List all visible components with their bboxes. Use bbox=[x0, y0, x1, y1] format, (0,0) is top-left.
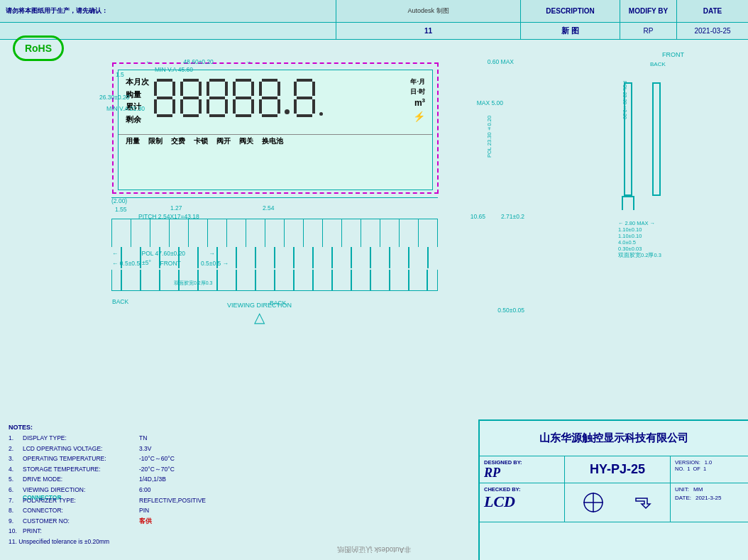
title-block: 山东华源触控显示科技有限公司 DESIGNED BY: RP HY-PJ-25 … bbox=[478, 419, 748, 560]
checked-cell: CHECKED BY: LCD bbox=[480, 483, 565, 522]
note-label-7: POLARIZER TYPE: bbox=[23, 496, 136, 506]
back-profile-body bbox=[652, 82, 661, 196]
digit-6 bbox=[293, 79, 316, 117]
header-desc: DESCRIPTION bbox=[521, 0, 620, 22]
designed-row: DESIGNED BY: RP HY-PJ-25 VERSION: 1.0 NO… bbox=[480, 456, 748, 483]
no-label: NO. bbox=[675, 466, 684, 472]
pin-stem bbox=[312, 247, 314, 268]
note-label-1: DISPLAY TYPE: bbox=[23, 434, 136, 444]
designed-label: DESIGNED BY: bbox=[484, 459, 560, 466]
version-label: VERSION: bbox=[675, 459, 700, 466]
dim-width: ← 48.60±0.20 → bbox=[145, 58, 251, 65]
icon-limit: 限制 bbox=[148, 136, 163, 146]
digit-3 bbox=[206, 79, 229, 117]
dim-back-050: 0.50±0.05 bbox=[497, 307, 524, 314]
icon-valve-close: 阀关 bbox=[239, 136, 253, 146]
pins-back-row bbox=[111, 270, 438, 291]
note-val-1: TN bbox=[139, 434, 267, 444]
dim-front-05a: ← 0.5±0.5 FRONT 0.5±0.5 → bbox=[112, 260, 229, 267]
unit-row: UNIT: MM bbox=[675, 486, 744, 493]
lcd-display: 本月次 购量 累计 剩余 bbox=[118, 70, 433, 190]
pins-row bbox=[112, 219, 437, 247]
company-name-row: 山东华源触控显示科技有限公司 bbox=[480, 421, 748, 456]
header-left-text: 请勿将本图纸用于生产，请先确认： bbox=[6, 6, 108, 16]
note-label-5: DRIVE MODE: bbox=[23, 475, 136, 485]
right-labels: 年·月 日·时 m3 ⚡ bbox=[410, 75, 425, 124]
dim-271: 2.71±0.2 bbox=[501, 213, 524, 220]
version-value: 1.0 bbox=[705, 459, 712, 466]
digit-4 bbox=[232, 79, 255, 117]
checked-row: CHECKED BY: LCD UNIT: MM bbox=[480, 483, 748, 522]
note-val-5: 1/4D,1/3B bbox=[139, 475, 267, 485]
unit-date-cell: UNIT: MM DATE: 2021-3-25 bbox=[670, 483, 748, 522]
viewing-direction-block: VIEWING DIRECTION △ bbox=[227, 302, 292, 326]
pin-stem bbox=[370, 247, 371, 268]
lcd-main-row: 本月次 购量 累计 剩余 bbox=[119, 70, 432, 134]
note-num-9: 9. bbox=[9, 517, 20, 527]
side-tolerance: 双面胶宽0.2厚0.3 bbox=[618, 252, 728, 259]
rohs-badge: RoHS bbox=[13, 35, 64, 61]
dim-height: 26.30±0.20 bbox=[99, 94, 129, 101]
right-mid: 日·时 bbox=[410, 87, 425, 97]
icon-usage: 用量 bbox=[126, 136, 140, 146]
dim-1-5: 1.5 bbox=[116, 71, 124, 78]
note-num-10: 10. bbox=[9, 527, 20, 537]
pin-stem bbox=[427, 247, 429, 268]
designed-cell: DESIGNED BY: RP bbox=[480, 456, 565, 483]
note-num-3: 3. bbox=[9, 454, 20, 464]
viewing-label: VIEWING DIRECTION bbox=[227, 302, 292, 309]
model-value: HY-PJ-25 bbox=[590, 462, 645, 477]
pin-stem bbox=[408, 247, 409, 268]
note-val-3: -10°C～60°C bbox=[139, 454, 267, 464]
icon-valve-open: 阀开 bbox=[216, 136, 231, 146]
dim-minva: MIN V.A 45.60 bbox=[155, 66, 193, 73]
note-val-2: 3.3V bbox=[139, 444, 267, 454]
lcd-status-icons: 用量 限制 交费 卡锁 阀开 阀关 换电池 bbox=[119, 134, 432, 148]
side-front-label: FRONT bbox=[618, 51, 728, 58]
note-val-10 bbox=[139, 527, 267, 537]
note-label-2: LCD OPERATING VOLTAGE: bbox=[23, 444, 136, 454]
note-val-7: REFLECTIVE,POSITIVE bbox=[139, 496, 267, 506]
version-row: VERSION: 1.0 bbox=[675, 459, 744, 466]
dim-155: 1.55 bbox=[115, 206, 127, 213]
note-val-6: 6:00 bbox=[139, 485, 267, 495]
m3-label: m3 bbox=[414, 97, 425, 109]
description-value: 新 图 bbox=[561, 26, 579, 36]
note-label-6: VIEWING DIRECTION: bbox=[23, 485, 136, 495]
note-val-8: PIN bbox=[139, 506, 267, 516]
header-date-col: DATE bbox=[677, 0, 748, 22]
note-num-8: 8. bbox=[9, 506, 20, 516]
note-num-7: 7. bbox=[9, 496, 20, 506]
pin-stem bbox=[255, 247, 256, 268]
date-value: 2021-03-25 bbox=[694, 27, 730, 35]
side-dim-110a: 1.10±0.10 bbox=[618, 226, 728, 233]
right-top: 年·月 bbox=[410, 77, 425, 87]
back-label-side: BACK bbox=[650, 61, 666, 67]
viewing-arrow: △ bbox=[227, 309, 292, 326]
note-num-4: 4. bbox=[9, 465, 20, 475]
front-pol-label: POL 23.30±0.20 bbox=[622, 81, 627, 119]
cn-row4: 剩余 bbox=[126, 114, 149, 126]
note-label-9: CUSTOMER NO: bbox=[23, 517, 136, 527]
side-dim-400: 4.0±0.5 bbox=[618, 239, 728, 246]
h2-rev: 11 bbox=[336, 23, 521, 39]
note-label-3: OPERATING TEMPERATURE: bbox=[23, 454, 136, 464]
dim-col-max: 0.60 MAX bbox=[488, 58, 514, 65]
rohs-label: RoHS bbox=[25, 43, 52, 54]
modify-header: MODIFY BY bbox=[629, 7, 668, 15]
dim-back-label: BACK bbox=[112, 298, 128, 305]
modify-value: RP bbox=[644, 27, 654, 35]
date-label: DATE: bbox=[675, 495, 691, 501]
header-modify: MODIFY BY bbox=[620, 0, 677, 22]
pins-top-border bbox=[111, 219, 438, 247]
side-dim-110b: 1.10±0.10 bbox=[618, 233, 728, 239]
note-label-4: STORAGE TEMPERATURE: bbox=[23, 465, 136, 475]
side-view-block: FRONT POL 23.30±0.20 BACK ← 2.80 MAX → 1… bbox=[618, 51, 728, 259]
description-header: DESCRIPTION bbox=[546, 7, 594, 15]
note-num-1: 1. bbox=[9, 434, 20, 444]
decimal-point-1 bbox=[285, 109, 290, 114]
side-dim-280: ← 2.80 MAX → bbox=[618, 220, 728, 226]
header-left: 请勿将本图纸用于生产，请先确认： bbox=[0, 0, 336, 22]
checked-label: CHECKED BY: bbox=[484, 486, 560, 493]
dim-200: (2.00) bbox=[111, 197, 127, 204]
